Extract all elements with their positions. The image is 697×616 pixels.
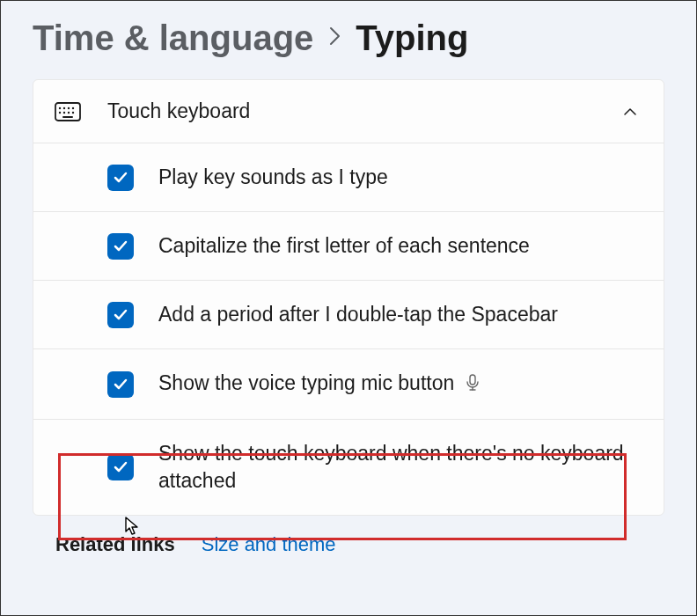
- option-play-key-sounds: Play key sounds as I type: [33, 143, 664, 212]
- option-add-period: Add a period after I double-tap the Spac…: [33, 281, 664, 349]
- svg-point-1: [59, 106, 61, 108]
- checkbox-play-key-sounds[interactable]: [107, 165, 134, 191]
- svg-point-4: [72, 106, 74, 108]
- svg-point-3: [68, 106, 70, 108]
- svg-point-5: [59, 111, 61, 113]
- svg-point-6: [63, 111, 65, 113]
- svg-point-2: [63, 106, 65, 108]
- svg-rect-9: [62, 116, 73, 118]
- size-and-theme-link[interactable]: Size and theme: [202, 533, 336, 556]
- option-label: Add a period after I double-tap the Spac…: [158, 301, 558, 328]
- related-heading: Related links: [55, 533, 175, 556]
- option-label: Show the touch keyboard when there's no …: [158, 440, 637, 495]
- checkbox-voice-typing-mic[interactable]: [107, 371, 134, 398]
- checkbox-capitalize-first-letter[interactable]: [107, 233, 134, 260]
- breadcrumb-parent[interactable]: Time & language: [33, 18, 313, 58]
- keyboard-icon: [55, 102, 81, 121]
- touch-keyboard-panel: Touch keyboard Play key sounds as I type…: [33, 79, 664, 516]
- svg-rect-10: [470, 375, 475, 385]
- mic-icon: [466, 371, 480, 399]
- option-show-touch-keyboard: Show the touch keyboard when there's no …: [33, 420, 664, 515]
- related-links: Related links Size and theme: [55, 533, 664, 556]
- checkbox-show-touch-keyboard[interactable]: [107, 454, 134, 480]
- svg-point-8: [72, 111, 74, 113]
- panel-title: Touch keyboard: [107, 99, 623, 123]
- option-label: Play key sounds as I type: [158, 164, 388, 191]
- page-title: Typing: [356, 18, 468, 58]
- chevron-up-icon: [623, 105, 637, 119]
- breadcrumb: Time & language Typing: [1, 1, 696, 79]
- option-label: Capitalize the first letter of each sent…: [158, 232, 530, 260]
- chevron-right-icon: [327, 25, 341, 53]
- option-label: Show the voice typing mic button: [158, 370, 480, 399]
- svg-point-7: [68, 111, 70, 113]
- option-voice-typing-mic: Show the voice typing mic button: [33, 349, 664, 420]
- checkbox-add-period[interactable]: [107, 302, 134, 328]
- option-capitalize-first-letter: Capitalize the first letter of each sent…: [33, 212, 664, 281]
- touch-keyboard-header[interactable]: Touch keyboard: [33, 80, 664, 143]
